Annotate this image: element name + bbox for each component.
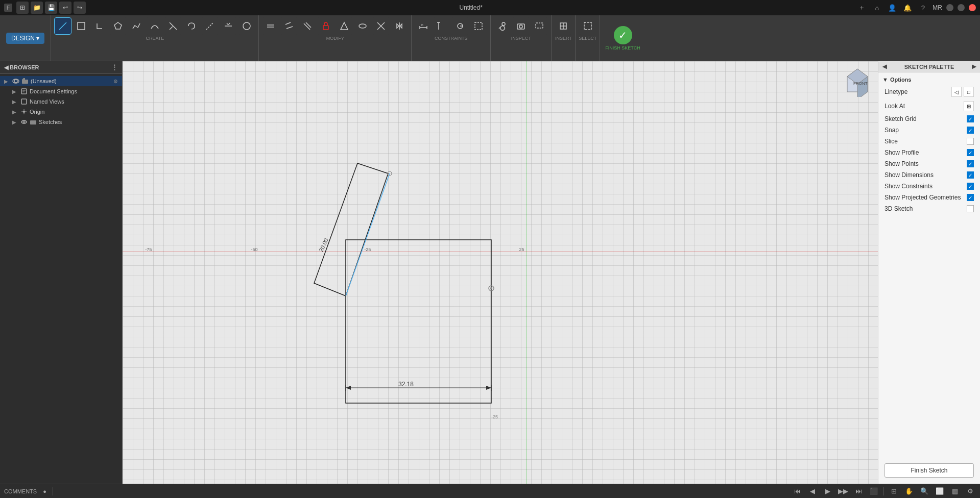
nav-last-btn[interactable]: ⏭	[853, 486, 864, 497]
select-tool-btn[interactable]	[470, 17, 487, 35]
vdim-tool-btn[interactable]	[433, 17, 450, 35]
look-at-btn[interactable]: ⊞	[964, 101, 974, 111]
close-btn[interactable]	[969, 4, 976, 11]
svg-rect-47	[30, 120, 36, 124]
sidebar-collapse-btn[interactable]: ⋮	[111, 63, 118, 71]
zoom-btn[interactable]: 🔍	[919, 486, 930, 497]
show-dimensions-checkbox[interactable]: ✓	[967, 171, 974, 179]
add-tab-btn[interactable]: ＋	[856, 2, 867, 13]
folder-icon	[21, 78, 29, 85]
trim-tool-btn[interactable]	[164, 17, 182, 35]
home-btn[interactable]: ⌂	[871, 2, 882, 13]
help-btn[interactable]: ?	[917, 2, 928, 13]
open-file-btn[interactable]: 📁	[31, 2, 43, 14]
sketch-grid-checkbox[interactable]: ✓	[967, 115, 974, 122]
design-button[interactable]: DESIGN ▾	[6, 33, 44, 44]
tree-item-origin[interactable]: ▶ Origin	[0, 107, 122, 117]
palette-options-section: ▼ Options Linetype ◁ □ Look At ⊞ Ske	[878, 72, 980, 216]
project-tool-btn[interactable]	[201, 17, 219, 35]
rectangle-tool-btn[interactable]	[73, 17, 90, 35]
redo-btn[interactable]: ↪	[74, 2, 86, 14]
tree-item-sketches[interactable]: ▶ Sketches	[0, 117, 122, 127]
tree-item-sketches-label: Sketches	[39, 119, 62, 125]
lock-tool-btn[interactable]	[317, 17, 334, 35]
pan-btn[interactable]: ✋	[903, 486, 915, 497]
perpendicular-tool-btn[interactable]	[299, 17, 316, 35]
nav-play-btn[interactable]: ▶	[822, 486, 833, 497]
camera-tool-btn[interactable]	[512, 17, 530, 35]
save-btn[interactable]: 💾	[45, 2, 57, 14]
sidebar-browser: ◀ BROWSER ⋮ ▶ (Unsaved) ⚙ ▶ Document Set…	[0, 61, 123, 484]
finish-sketch-toolbar-btn[interactable]: ✓ FINISH SKETCH	[600, 15, 646, 61]
nav-first-btn[interactable]: ⏮	[792, 486, 803, 497]
snap-checkbox[interactable]: ✓	[967, 127, 974, 134]
parallel-tool-btn[interactable]	[280, 17, 298, 35]
comments-label: COMMENTS	[4, 488, 37, 494]
notification-btn[interactable]: 🔔	[902, 2, 913, 13]
palette-expand-icon: ▶	[972, 63, 976, 70]
palette-title: SKETCH PALETTE	[904, 64, 954, 70]
fillet-tool-btn[interactable]	[91, 17, 108, 35]
tree-item-root[interactable]: ▶ (Unsaved) ⚙	[0, 76, 122, 86]
modify-label: MODIFY	[326, 36, 344, 41]
record-btn[interactable]: ⬛	[868, 486, 879, 497]
palette-section-options-title[interactable]: ▼ Options	[878, 74, 980, 85]
nav-next-btn[interactable]: ▶▶	[838, 486, 849, 497]
nav-prev-btn[interactable]: ◀	[807, 486, 818, 497]
cross-tool-btn[interactable]	[372, 17, 390, 35]
palette-row-show-profile: Show Profile ✓	[878, 147, 980, 158]
maximize-btn[interactable]	[958, 4, 965, 11]
select-filter-btn[interactable]	[579, 17, 596, 35]
palette-row-slice: Slice	[878, 136, 980, 147]
finish-sketch-palette-btn[interactable]: Finish Sketch	[885, 463, 974, 478]
rdim-tool-btn[interactable]	[451, 17, 469, 35]
show-profile-checkbox[interactable]: ✓	[967, 149, 974, 156]
circle-tool-btn[interactable]	[238, 17, 255, 35]
palette-row-3d-sketch: 3D Sketch	[878, 203, 980, 214]
inspect-tool-btn[interactable]	[494, 17, 511, 35]
show-dimensions-label: Show Dimensions	[885, 171, 967, 179]
canvas-area[interactable]: -75 -50 -25 25 20.00	[123, 61, 878, 484]
equal-tool-btn[interactable]	[262, 17, 279, 35]
settings-bottom-btn[interactable]: ⚙	[965, 486, 976, 497]
insert-label: INSERT	[555, 36, 572, 41]
section-options-label: Options	[890, 77, 912, 83]
grid-view-btn[interactable]: ⊞	[888, 486, 899, 497]
line-tool-btn[interactable]	[54, 17, 71, 35]
tangent-tool-btn[interactable]	[220, 17, 237, 35]
show-projected-checkbox[interactable]: ✓	[967, 194, 974, 201]
polyline-tool-btn[interactable]	[128, 17, 145, 35]
arc-tool-btn[interactable]	[146, 17, 163, 35]
linetype-btn-1[interactable]: ◁	[951, 87, 962, 97]
mirror-tool-btn[interactable]	[391, 17, 408, 35]
show-points-checkbox[interactable]: ✓	[967, 160, 974, 167]
tree-arrow: ▶	[12, 109, 18, 115]
ellipse-tool-btn[interactable]	[354, 17, 371, 35]
linetype-btn-2[interactable]: □	[964, 87, 974, 97]
sketch-canvas-svg: 20.00 32.18 -25	[123, 61, 878, 484]
design-label: DESIGN ▾	[11, 35, 39, 42]
new-file-btn[interactable]: ⊞	[16, 2, 29, 14]
offset-tool-btn[interactable]	[183, 17, 200, 35]
tree-item-named-views[interactable]: ▶ Named Views	[0, 96, 122, 107]
display-tool-btn[interactable]	[531, 17, 548, 35]
view-cube[interactable]: FRONT	[842, 66, 873, 97]
main-toolbar: DESIGN ▾	[0, 15, 980, 61]
comments-collapse-icon[interactable]: ●	[43, 488, 46, 494]
undo-btn[interactable]: ↩	[59, 2, 71, 14]
user-btn[interactable]: 👤	[887, 2, 898, 13]
polygon-tool-btn[interactable]	[109, 17, 127, 35]
triangle-tool-btn[interactable]	[336, 17, 353, 35]
sketch-parallelogram	[314, 163, 388, 296]
slice-checkbox[interactable]	[967, 138, 974, 145]
tree-item-document-settings[interactable]: ▶ Document Settings	[0, 86, 122, 96]
hdim-tool-btn[interactable]: H	[415, 17, 432, 35]
minimize-btn[interactable]	[946, 4, 953, 11]
insert-tool-btn[interactable]	[555, 17, 572, 35]
show-constraints-checkbox[interactable]: ✓	[967, 183, 974, 190]
palette-header: ◀ SKETCH PALETTE ▶	[878, 61, 980, 72]
layout-btn[interactable]: ▦	[949, 486, 961, 497]
display-mode-btn[interactable]: ⬜	[934, 486, 945, 497]
3d-sketch-checkbox[interactable]	[967, 205, 974, 212]
tree-arrow: ▶	[12, 89, 18, 94]
